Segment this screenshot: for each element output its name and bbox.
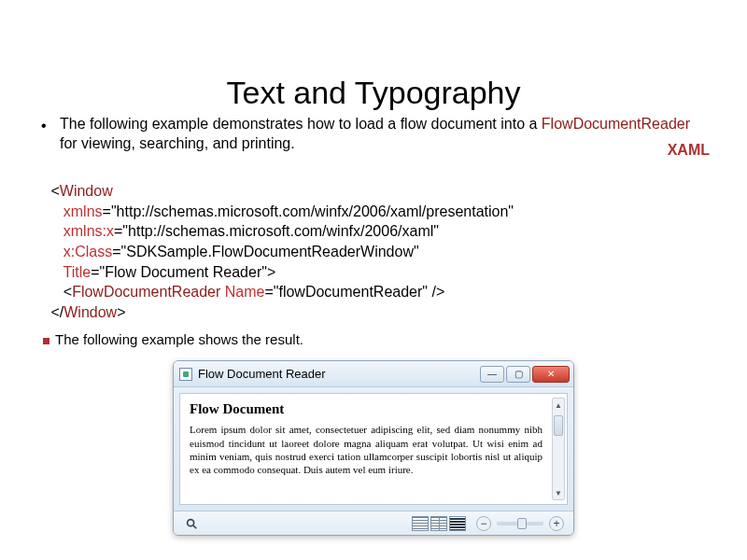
document-body: Lorem ipsum dolor sit amet, consectetuer… [190, 423, 557, 476]
code-token: < [63, 284, 72, 300]
minimize-button[interactable]: — [480, 366, 504, 383]
code-token: Window [60, 183, 113, 199]
code-token: > [117, 304, 125, 320]
square-bullet-icon [43, 338, 49, 344]
code-token: x:Class [63, 244, 112, 259]
code-token: ="flowDocumentReader" /> [264, 284, 444, 300]
bullet-1-pre: The following example demonstrates how t… [60, 116, 542, 132]
view-mode-page-button[interactable] [412, 516, 429, 531]
zoom-out-button[interactable]: − [476, 516, 491, 531]
view-mode-scroll-button[interactable] [449, 516, 466, 531]
maximize-button[interactable]: ▢ [506, 366, 530, 383]
result-caption: The following example shows the result. [43, 331, 710, 347]
slide-title: Text and Typography [37, 75, 710, 111]
bullet-1-keyword: FlowDocumentReader [542, 116, 690, 132]
code-token: xmlns:x [63, 223, 114, 239]
code-token: Name [220, 284, 264, 300]
bullet-1-post: for viewing, searching, and printing. [60, 135, 295, 151]
view-mode-twopage-button[interactable] [430, 516, 447, 531]
code-token: Window [63, 304, 117, 320]
zoom-slider[interactable] [497, 522, 543, 525]
scroll-track[interactable] [553, 412, 564, 486]
code-token: ="SDKSample.FlowDocumentReaderWindow" [112, 244, 418, 259]
bullet-1: • The following example demonstrates how… [41, 115, 710, 154]
app-icon [179, 368, 192, 381]
window-title: Flow Document Reader [198, 367, 480, 381]
search-icon[interactable] [183, 515, 200, 532]
xaml-language-label: XAML [668, 142, 710, 159]
scroll-thumb[interactable] [554, 415, 563, 436]
scroll-up-icon[interactable]: ▲ [553, 399, 564, 412]
zoom-slider-thumb[interactable] [517, 518, 527, 529]
close-button[interactable]: ✕ [532, 366, 570, 383]
code-token: ="http://schemas.microsoft.com/winfx/200… [114, 223, 439, 239]
code-token: FlowDocumentReader [72, 284, 220, 300]
window-client-area: Flow Document Lorem ipsum dolor sit amet… [179, 393, 568, 505]
result-window: Flow Document Reader — ▢ ✕ Flow Document… [173, 360, 574, 536]
document-heading: Flow Document [190, 401, 557, 417]
code-block: <Window xmlns="http://schemas.microsoft.… [47, 161, 710, 323]
code-token: Title [63, 264, 92, 280]
zoom-in-button[interactable]: + [549, 516, 564, 531]
code-token: < [50, 183, 59, 199]
code-token: ="Flow Document Reader"> [91, 264, 275, 280]
scroll-down-icon[interactable]: ▼ [553, 486, 564, 499]
svg-point-0 [188, 519, 194, 525]
vertical-scrollbar[interactable]: ▲ ▼ [552, 398, 565, 500]
code-token: </ [50, 304, 63, 320]
reader-toolbar: − + [174, 511, 573, 535]
code-token: ="http://schemas.microsoft.com/winfx/200… [103, 203, 514, 219]
svg-line-1 [193, 525, 197, 529]
code-token: xmlns [63, 203, 103, 219]
result-text: The following example shows the result. [55, 331, 303, 347]
window-titlebar: Flow Document Reader — ▢ ✕ [174, 361, 573, 387]
bullet-dot-icon: • [41, 115, 60, 136]
